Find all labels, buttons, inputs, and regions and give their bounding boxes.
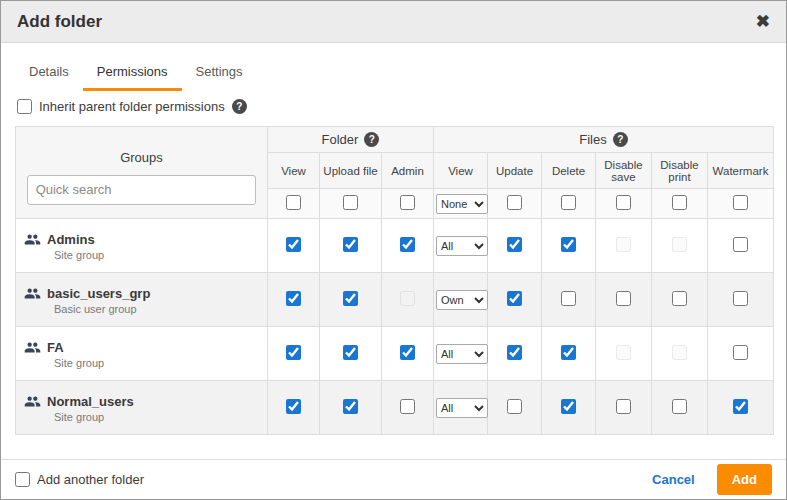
permission-cell — [542, 381, 596, 435]
column-header-folder-view: View — [268, 153, 320, 189]
permission-checkbox[interactable] — [286, 345, 301, 360]
permission-checkbox[interactable] — [286, 195, 301, 210]
permission-cell — [596, 273, 652, 327]
permission-checkbox[interactable] — [286, 237, 301, 252]
dialog-header: Add folder ✖ — [1, 1, 786, 43]
files-view-select[interactable]: All — [436, 344, 488, 364]
group-row: FASite groupAll — [16, 327, 774, 381]
permission-checkbox[interactable] — [400, 237, 415, 252]
tab-permissions[interactable]: Permissions — [83, 55, 182, 91]
group-row: AdminsSite groupAll — [16, 219, 774, 273]
add-folder-dialog: Add folder ✖ Details Permissions Setting… — [0, 0, 787, 500]
permission-cell — [596, 189, 652, 219]
dialog-footer: Add another folder Cancel Add — [1, 459, 786, 499]
group-subtitle: Basic user group — [54, 303, 259, 315]
permission-cell: All — [434, 327, 488, 381]
permission-checkbox[interactable] — [616, 399, 631, 414]
files-help-icon[interactable]: ? — [613, 132, 628, 147]
permission-checkbox[interactable] — [672, 399, 687, 414]
permission-cell — [320, 327, 382, 381]
permission-cell — [542, 219, 596, 273]
permission-checkbox[interactable] — [286, 291, 301, 306]
permission-cell — [268, 327, 320, 381]
permission-cell — [488, 381, 542, 435]
column-header-disable-print: Disable print — [652, 153, 708, 189]
permission-checkbox[interactable] — [672, 195, 687, 210]
permission-checkbox[interactable] — [733, 345, 748, 360]
permission-cell — [488, 327, 542, 381]
permission-checkbox[interactable] — [507, 345, 522, 360]
group-name-cell: Normal_usersSite group — [16, 381, 268, 435]
permission-checkbox[interactable] — [400, 195, 415, 210]
permission-checkbox[interactable] — [400, 345, 415, 360]
permissions-table: Groups Folder ? Files ? — [15, 126, 774, 435]
add-another-folder-row: Add another folder — [15, 472, 644, 487]
permission-cell — [382, 381, 434, 435]
permission-checkbox[interactable] — [561, 291, 576, 306]
permission-checkbox[interactable] — [343, 399, 358, 414]
permission-cell — [268, 381, 320, 435]
permission-cell: Own — [434, 273, 488, 327]
permission-checkbox[interactable] — [561, 195, 576, 210]
permission-checkbox[interactable] — [343, 291, 358, 306]
files-view-select[interactable]: All — [436, 398, 488, 418]
permission-cell — [382, 273, 434, 327]
permission-cell — [542, 273, 596, 327]
quick-search-input[interactable] — [27, 175, 257, 205]
permission-checkbox[interactable] — [733, 237, 748, 252]
group-row: Normal_usersSite groupAll — [16, 381, 774, 435]
permission-checkbox[interactable] — [286, 399, 301, 414]
groups-header-label: Groups — [18, 150, 265, 165]
tab-settings[interactable]: Settings — [182, 55, 257, 91]
group-name-cell: AdminsSite group — [16, 219, 268, 273]
group-name-cell: FASite group — [16, 327, 268, 381]
cancel-button[interactable]: Cancel — [652, 472, 695, 487]
permission-checkbox[interactable] — [343, 237, 358, 252]
permission-checkbox[interactable] — [343, 195, 358, 210]
groups-header-cell: Groups — [16, 127, 268, 219]
permission-checkbox[interactable] — [400, 399, 415, 414]
permission-cell — [488, 189, 542, 219]
permission-cell — [708, 381, 774, 435]
folder-group-label: Folder — [322, 132, 359, 147]
permission-checkbox[interactable] — [507, 237, 522, 252]
tab-details[interactable]: Details — [15, 55, 83, 91]
close-icon[interactable]: ✖ — [756, 13, 770, 30]
add-button[interactable]: Add — [717, 464, 772, 495]
dialog-title: Add folder — [17, 12, 756, 32]
add-another-folder-checkbox[interactable] — [15, 472, 30, 487]
permission-checkbox[interactable] — [561, 399, 576, 414]
group-subtitle: Site group — [54, 357, 259, 369]
permission-checkbox[interactable] — [616, 291, 631, 306]
permission-cell: All — [434, 381, 488, 435]
permission-checkbox[interactable] — [507, 291, 522, 306]
column-header-upload-file: Upload file — [320, 153, 382, 189]
permission-cell — [708, 189, 774, 219]
inherit-permissions-checkbox[interactable] — [17, 99, 32, 114]
permission-checkbox[interactable] — [733, 291, 748, 306]
permission-checkbox[interactable] — [733, 195, 748, 210]
permission-checkbox[interactable] — [507, 195, 522, 210]
permission-cell — [268, 219, 320, 273]
permission-checkbox[interactable] — [343, 345, 358, 360]
permission-checkbox[interactable] — [507, 399, 522, 414]
permission-cell — [652, 219, 708, 273]
group-name: Admins — [47, 232, 95, 247]
folder-help-icon[interactable]: ? — [364, 132, 379, 147]
permission-checkbox[interactable] — [733, 399, 748, 414]
permission-checkbox[interactable] — [672, 291, 687, 306]
files-view-select[interactable]: All — [436, 236, 488, 256]
permission-checkbox — [616, 345, 631, 360]
permission-checkbox[interactable] — [561, 345, 576, 360]
permission-cell: None — [434, 189, 488, 219]
permission-cell — [708, 327, 774, 381]
files-view-select[interactable]: Own — [436, 290, 488, 310]
permission-checkbox[interactable] — [561, 237, 576, 252]
permission-checkbox — [616, 237, 631, 252]
folder-column-group: Folder ? — [268, 127, 434, 153]
files-view-select[interactable]: None — [436, 194, 488, 214]
inherit-help-icon[interactable]: ? — [232, 99, 247, 114]
group-name-cell: basic_users_grpBasic user group — [16, 273, 268, 327]
permission-checkbox[interactable] — [616, 195, 631, 210]
column-header-admin: Admin — [382, 153, 434, 189]
